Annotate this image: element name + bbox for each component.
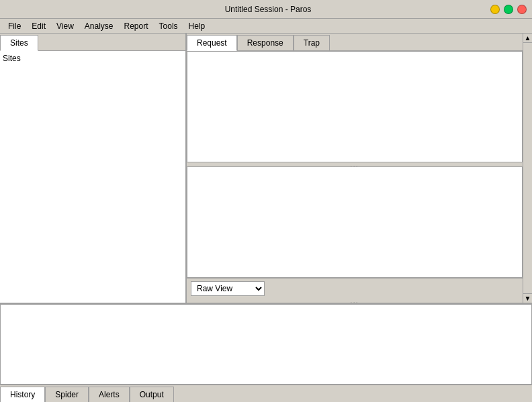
maximize-button[interactable] — [504, 5, 513, 14]
right-panel: Request Response Trap ... Raw View Parse… — [187, 34, 523, 303]
sites-label: Sites — [3, 54, 21, 63]
request-area — [187, 51, 523, 162]
sites-content: Sites — [0, 51, 185, 303]
tab-output[interactable]: Output — [130, 387, 174, 402]
bottom-content-area — [0, 304, 532, 385]
menu-help[interactable]: Help — [183, 20, 211, 32]
menu-bar: File Edit View Analyse Report Tools Help — [0, 19, 532, 34]
scroll-down-btn[interactable]: ▼ — [523, 293, 532, 303]
tab-spider[interactable]: Spider — [45, 387, 89, 402]
tab-alerts[interactable]: Alerts — [89, 387, 130, 402]
scroll-track — [523, 43, 532, 293]
right-tabs-header: Request Response Trap — [187, 34, 523, 51]
menu-file[interactable]: File — [3, 20, 26, 32]
close-button[interactable] — [517, 5, 527, 14]
menu-report[interactable]: Report — [119, 20, 154, 32]
left-panel: Sites Sites — [0, 34, 187, 303]
sites-tab-header: Sites — [0, 34, 185, 51]
tab-sites[interactable]: Sites — [0, 35, 38, 51]
raw-view-bar: Raw View Parsed View — [187, 278, 523, 299]
bottom-splitter-dots: ... — [351, 298, 359, 303]
title-bar: Untitled Session - Paros — [0, 0, 532, 19]
response-area — [187, 166, 523, 278]
main-content: Sites Sites Request Response Trap ... — [0, 34, 532, 303]
menu-edit[interactable]: Edit — [26, 20, 51, 32]
tab-request[interactable]: Request — [187, 35, 237, 51]
tab-response[interactable]: Response — [237, 35, 294, 50]
menu-analyse[interactable]: Analyse — [79, 20, 119, 32]
menu-view[interactable]: View — [51, 20, 79, 32]
minimize-button[interactable] — [490, 5, 500, 14]
tab-history[interactable]: History — [0, 387, 45, 402]
menu-tools[interactable]: Tools — [154, 20, 183, 32]
bottom-panel: History Spider Alerts Output — [0, 303, 532, 402]
scroll-up-btn[interactable]: ▲ — [523, 34, 532, 43]
raw-view-select[interactable]: Raw View Parsed View — [191, 281, 265, 296]
right-scrollbar[interactable]: ▲ ▼ — [523, 34, 532, 303]
tab-trap[interactable]: Trap — [294, 35, 330, 50]
window-controls — [490, 5, 527, 14]
window-title: Untitled Session - Paros — [46, 5, 490, 14]
bottom-tabs: History Spider Alerts Output — [0, 385, 532, 402]
